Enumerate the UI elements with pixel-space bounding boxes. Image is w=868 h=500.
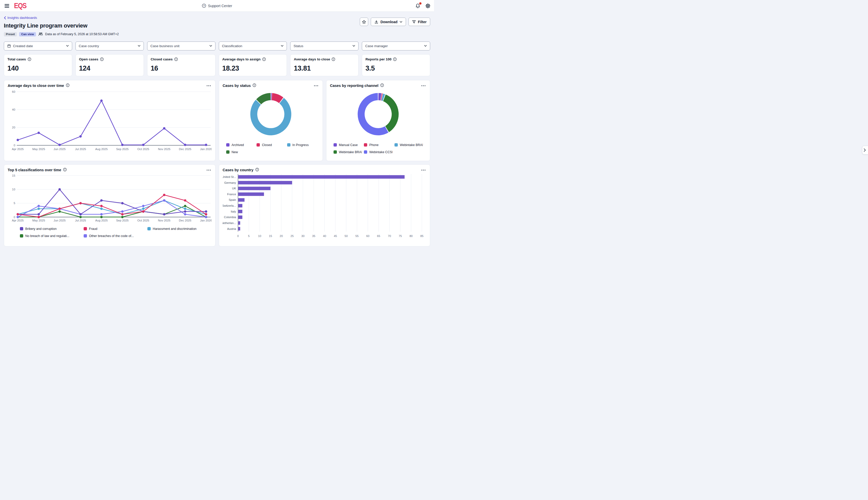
kpi-row: Total cases140Open cases124Closed cases1…: [4, 54, 430, 76]
svg-text:80: 80: [410, 235, 413, 238]
legend-item-new[interactable]: New: [226, 150, 255, 154]
legend-item-other-breaches-of-the-code-of[interactable]: Other breaches of the code of...: [84, 234, 145, 238]
slice-phone[interactable]: [381, 97, 382, 97]
svg-text:Aug 2025: Aug 2025: [95, 148, 108, 151]
filter-classification[interactable]: Classification: [219, 42, 287, 50]
filter-case-country[interactable]: Case country: [76, 42, 144, 50]
slice-manual-case[interactable]: [378, 96, 381, 97]
legend-swatch: [84, 227, 87, 230]
support-center-link[interactable]: ? Support Center: [202, 3, 232, 8]
legend-item-phone[interactable]: Phone: [364, 143, 392, 147]
filter-case-manager[interactable]: Case manager: [362, 42, 430, 50]
svg-text:?: ?: [203, 4, 205, 7]
svg-text:Oct 2025: Oct 2025: [137, 148, 149, 151]
legend-item-manual-case[interactable]: Manual Case: [334, 143, 362, 147]
settings-button[interactable]: [425, 3, 431, 8]
bar-austria[interactable]: [238, 227, 240, 230]
legend-label: Harassment and discrimination: [153, 227, 197, 231]
menu-icon[interactable]: [3, 3, 10, 9]
card-cases-by-status: Cases by status ArchivedClosedIn Progres…: [219, 80, 323, 161]
slice-webintake-ccsh[interactable]: [361, 96, 387, 132]
bar-netherlan[interactable]: [238, 221, 240, 225]
filter-created-date[interactable]: Created date: [4, 42, 72, 50]
legend-item-no-breach-of-law-and-regulati[interactable]: No breach of law and regulati...: [20, 234, 81, 238]
more-options-button[interactable]: [421, 84, 426, 87]
legend-item-harassment-and-discrimination[interactable]: Harassment and discrimination: [147, 227, 209, 231]
cases-by-reporting-channel-chart[interactable]: [354, 89, 402, 140]
data-as-of-label: Data as of February 5, 2026 at 10:58:53 …: [45, 32, 119, 36]
more-options-button[interactable]: [421, 169, 426, 171]
legend-swatch: [20, 234, 23, 238]
legend-swatch: [20, 227, 23, 230]
svg-text:50: 50: [345, 235, 347, 238]
notifications-button[interactable]: [415, 3, 420, 8]
svg-text:65: 65: [377, 235, 380, 238]
slice-webintake-brand[interactable]: [384, 98, 395, 129]
filter-status[interactable]: Status: [290, 42, 358, 50]
legend-item-in-progress[interactable]: In Progress: [287, 143, 315, 147]
filter-label: Case country: [79, 44, 99, 48]
bar-germany[interactable]: [238, 181, 292, 184]
more-options-button[interactable]: [313, 84, 319, 87]
filter-label: Created date: [13, 44, 33, 48]
slice-webintake-brand[interactable]: [382, 97, 384, 98]
more-options-button[interactable]: [206, 169, 212, 171]
legend-item-closed[interactable]: Closed: [257, 143, 285, 147]
eqs-logo[interactable]: EQS: [14, 2, 26, 9]
legend-swatch: [84, 234, 87, 238]
svg-text:Sep 2025: Sep 2025: [116, 148, 129, 151]
info-icon: [262, 57, 266, 61]
more-options-button[interactable]: [206, 84, 212, 87]
svg-text:Nov 2025: Nov 2025: [158, 219, 170, 222]
legend-item-webintake-brand[interactable]: Webintake BRAND...: [394, 143, 423, 147]
svg-text:Jan 2026: Jan 2026: [200, 148, 212, 151]
bar-france[interactable]: [238, 192, 264, 196]
chevron-down-icon: [66, 45, 69, 47]
charts-grid: Average days to close over time 0204060A…: [4, 80, 430, 247]
legend-item-archived[interactable]: Archived: [226, 143, 255, 147]
breadcrumb[interactable]: Insights dashboards: [4, 16, 37, 20]
svg-text:30: 30: [301, 235, 304, 238]
filter-button[interactable]: Filter: [409, 18, 430, 26]
svg-text:May 2025: May 2025: [32, 148, 45, 151]
legend-item-webintake-brand[interactable]: Webintake BRAND...: [334, 150, 362, 154]
legend-item-webintake-ccsh[interactable]: Webintake CCSH...: [364, 150, 392, 154]
legend-label: In Progress: [292, 143, 309, 147]
download-button[interactable]: Download: [371, 18, 406, 26]
svg-text:United St...: United St...: [223, 175, 236, 178]
favorite-button[interactable]: [360, 18, 368, 26]
bar-spain[interactable]: [238, 198, 245, 202]
bar-colombia[interactable]: [238, 215, 242, 219]
svg-text:Apr 2025: Apr 2025: [12, 219, 24, 222]
svg-text:0: 0: [237, 235, 239, 238]
info-icon[interactable]: [380, 83, 384, 88]
filter-case-business-unit[interactable]: Case business unit: [147, 42, 215, 50]
cases-by-status-chart[interactable]: [247, 89, 295, 140]
bar-italy[interactable]: [238, 209, 242, 213]
chevron-down-icon: [138, 45, 141, 47]
filter-label: Status: [293, 44, 303, 48]
slice-in-progress[interactable]: [254, 100, 288, 132]
slice-new[interactable]: [258, 96, 270, 102]
svg-text:0: 0: [13, 215, 15, 218]
svg-text:May 2025: May 2025: [32, 219, 45, 222]
bar-united-st[interactable]: [238, 175, 404, 179]
legend-item-bribery-and-corruption[interactable]: Bribery and corruption: [20, 227, 81, 231]
info-icon[interactable]: [255, 168, 259, 172]
more-icon: [207, 169, 211, 171]
info-icon[interactable]: [253, 83, 256, 88]
avg-days-to-close-chart[interactable]: 0204060Apr 2025May 2025Jun 2025Jul 2025A…: [8, 88, 212, 152]
kpi-value: 140: [8, 65, 69, 72]
kpi-label: Reports per 100: [365, 57, 391, 61]
legend-label: Webintake BRAND...: [339, 150, 362, 154]
bar-uk[interactable]: [238, 186, 270, 190]
top-5-classifications-chart[interactable]: 051015Apr 2025May 2025Jun 2025Jul 2025Au…: [8, 172, 212, 223]
cases-by-country-chart[interactable]: 0510152025303540455055606570758085United…: [223, 172, 426, 239]
legend-item-fraud[interactable]: Fraud: [84, 227, 145, 231]
svg-text:20: 20: [12, 126, 15, 129]
info-icon[interactable]: [63, 168, 67, 172]
slice-closed[interactable]: [272, 96, 281, 100]
info-icon[interactable]: [66, 83, 70, 88]
bar-switzerla[interactable]: [238, 204, 242, 207]
series-average-days-to-close[interactable]: [16, 99, 207, 146]
